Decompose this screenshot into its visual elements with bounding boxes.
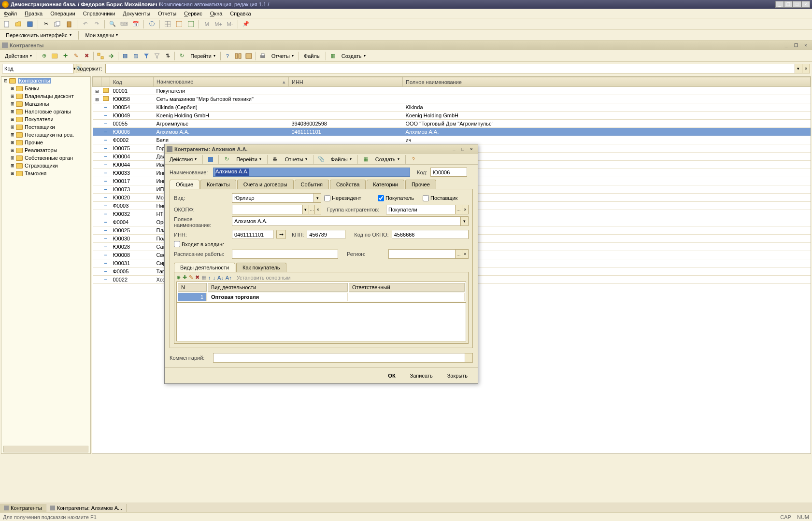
dlg-save-icon[interactable] — [206, 155, 215, 164]
dlg-reports-dropdown[interactable]: Отчеты — [282, 155, 310, 163]
grid-row[interactable]: −Ю0054Kikinda (Сербия)Kikinda — [93, 103, 811, 112]
grid-row[interactable]: ⊞00001Покупатели — [93, 87, 811, 95]
sub-minimize-button[interactable]: _ — [782, 42, 791, 49]
sort-icon[interactable]: ⇅ — [163, 51, 172, 61]
ig-sortdesc-icon[interactable]: A↑ — [226, 275, 232, 281]
menu-service[interactable]: Сервис — [184, 11, 202, 16]
menu-edit[interactable]: Правка — [25, 11, 43, 16]
menu-windows[interactable]: Окна — [210, 11, 223, 16]
supplier-checkbox[interactable]: Поставщик — [423, 195, 457, 201]
goto-dropdown[interactable]: Перейти — [187, 52, 218, 60]
add-folder-icon[interactable] — [50, 51, 59, 61]
switch-interface-button[interactable]: Переключить интерфейс — [2, 31, 75, 39]
code-field[interactable] — [430, 168, 467, 177]
filter-field-combo[interactable]: ▾ 🔍 — [2, 64, 74, 73]
add-copy-icon[interactable]: ✚ — [60, 51, 70, 61]
open-icon[interactable] — [14, 19, 23, 29]
files-button[interactable]: Файлы — [301, 52, 324, 60]
refresh-icon[interactable]: ↻ — [177, 51, 186, 61]
dlg-help-icon[interactable]: ? — [409, 155, 418, 164]
group-combo[interactable]: …× — [386, 205, 469, 214]
grid-row[interactable]: −Ф0002Беляич — [93, 136, 811, 144]
region-combo[interactable]: …× — [388, 249, 469, 259]
pin-icon[interactable]: 📌 — [241, 19, 251, 29]
grid-header[interactable]: Наименование ▴ — [154, 77, 289, 87]
close-button[interactable]: × — [801, 1, 810, 8]
dialog-tab[interactable]: События — [295, 180, 329, 189]
menu-help[interactable]: Справка — [230, 11, 251, 16]
filter-funnel-icon[interactable] — [142, 51, 151, 61]
mplus-icon[interactable]: M+ — [214, 19, 223, 29]
grid3-icon[interactable] — [186, 19, 196, 29]
delete-icon[interactable]: ✖ — [82, 51, 91, 61]
menu-documents[interactable]: Документы — [123, 11, 150, 16]
edit-icon[interactable]: ✎ — [71, 51, 81, 61]
tree-item[interactable]: ⊞Владельцы дисконт — [1, 92, 90, 100]
help-icon[interactable]: ⓘ — [147, 19, 157, 29]
grid-row[interactable]: −00055Агроимпульс394036002598ООО "Торгов… — [93, 120, 811, 128]
tasktab-list[interactable]: Контрагенты — [0, 504, 46, 512]
ig-edit-icon[interactable]: ✎ — [189, 274, 193, 281]
ig-add-icon[interactable]: ⊕ — [176, 274, 181, 281]
ig-up-icon[interactable]: ↑ — [208, 275, 211, 281]
dlg-goto-dropdown[interactable]: Перейти — [233, 155, 264, 163]
ig-delete-icon[interactable]: ✖ — [195, 274, 199, 281]
dialog-maximize-button[interactable]: □ — [458, 146, 467, 153]
inn-field[interactable] — [232, 230, 273, 239]
sub-restore-button[interactable]: ❐ — [792, 42, 800, 49]
grid-header[interactable] — [101, 77, 110, 87]
grid-header[interactable] — [93, 77, 101, 87]
related1-icon[interactable] — [233, 51, 243, 61]
grid-header[interactable]: Код — [110, 77, 154, 87]
grid1-icon[interactable] — [163, 19, 172, 29]
filter1-icon[interactable]: ▦ — [120, 51, 130, 61]
dlg-files-dropdown[interactable]: Файлы — [328, 155, 355, 163]
grid-row[interactable]: −Ю0049Koenig Holding GmbHKoenig Holding … — [93, 112, 811, 120]
tree-item[interactable]: ⊞Покупатели — [1, 115, 90, 123]
close-button[interactable]: Закрыть — [442, 371, 473, 380]
dialog-subtab[interactable]: Виды деятельности — [174, 263, 235, 272]
add-icon[interactable]: ⊕ — [39, 51, 49, 61]
menu-file[interactable]: Файл — [4, 11, 17, 16]
filter-clear-icon[interactable] — [152, 51, 162, 61]
tree-item[interactable]: ⊞Собственные орган — [1, 154, 90, 162]
schedule-field[interactable] — [232, 250, 338, 259]
chevron-down-icon[interactable]: ▾ — [795, 64, 802, 73]
dialog-tab[interactable]: Прочее — [405, 180, 436, 189]
ig-sortasc-icon[interactable]: A↓ — [217, 275, 224, 281]
menu-catalogs[interactable]: Справочники — [83, 11, 115, 16]
mminus-icon[interactable]: M- — [225, 19, 235, 29]
dialog-minimize-button[interactable]: _ — [450, 146, 458, 153]
grid-row[interactable]: −Ю0006Алхимов А.А.0461111101Алхимов А.А. — [93, 128, 811, 136]
ig-copy-icon[interactable]: ✚ — [183, 274, 187, 281]
name-field[interactable]: Алхимов А.А. — [215, 169, 249, 176]
save-button[interactable]: Записать — [405, 371, 438, 380]
move-icon[interactable] — [106, 51, 116, 61]
vid-combo[interactable]: ▾ — [232, 193, 321, 203]
dlg-attach-icon[interactable]: 📎 — [316, 155, 326, 164]
dialog-tab[interactable]: Общие — [170, 180, 199, 189]
print-icon[interactable] — [258, 51, 268, 61]
filter-field-input[interactable] — [2, 64, 73, 73]
reports-dropdown[interactable]: Отчеты — [269, 52, 297, 60]
new-icon[interactable] — [2, 19, 12, 29]
hierarchy-icon[interactable] — [96, 51, 105, 61]
tree-root[interactable]: ⊟ Контрагенты — [1, 77, 90, 84]
save-icon[interactable] — [25, 19, 35, 29]
related2-icon[interactable] — [244, 51, 254, 61]
ig-end-edit-icon[interactable]: ▦ — [201, 274, 206, 281]
fullname-combo[interactable]: ▾ — [232, 216, 469, 226]
dlg-create-dropdown[interactable]: Создать — [372, 155, 402, 163]
cut-icon[interactable]: ✂ — [41, 19, 51, 29]
dialog-tab[interactable]: Контакты — [200, 180, 236, 189]
help2-icon[interactable]: ? — [223, 51, 232, 61]
dlg-print-icon[interactable]: 🖶 — [271, 155, 280, 164]
filter-value-input[interactable] — [106, 64, 795, 73]
redo-icon[interactable]: ↷ — [92, 19, 101, 29]
grid2-icon[interactable] — [174, 19, 184, 29]
comment-field[interactable]: … — [213, 353, 473, 363]
grid-header[interactable]: Полное наименование — [403, 77, 811, 87]
maximize-button[interactable]: □ — [793, 1, 801, 8]
tree-item[interactable]: ⊞Прочие — [1, 139, 90, 146]
dialog-tab[interactable]: Категории — [367, 180, 404, 189]
